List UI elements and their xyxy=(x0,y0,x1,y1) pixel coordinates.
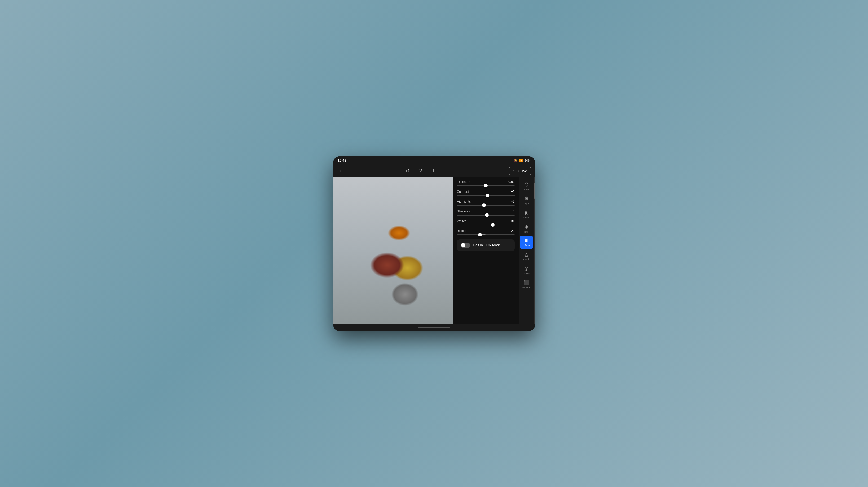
slider-track-blacks[interactable] xyxy=(457,234,515,235)
help-button[interactable]: ? xyxy=(416,167,425,175)
slider-label-blacks: Blacks xyxy=(457,229,466,233)
slider-track-shadows[interactable] xyxy=(457,215,515,216)
slider-thumb-exposure[interactable] xyxy=(484,184,488,188)
sidebar-item-profiles[interactable]: ⬛Profiles xyxy=(520,278,533,291)
sidebar-label-effects: Effects xyxy=(523,244,530,247)
slider-thumb-highlights[interactable] xyxy=(482,203,486,207)
sidebar-item-light[interactable]: ☀Light xyxy=(520,194,533,207)
device-frame: 16:42 🔕 📶 24% ← ↺ ? ⤴ ⋮ 〜 Curve xyxy=(333,156,535,331)
battery-icon: 24% xyxy=(525,159,530,162)
sidebar-label-blur: Blur xyxy=(524,230,528,233)
detail-icon: △ xyxy=(525,252,528,257)
effects-icon: ≡ xyxy=(525,238,528,244)
slider-value-exposure: 0.00 xyxy=(508,180,515,184)
slider-header-highlights: Highlights−6 xyxy=(457,200,515,203)
sidebar-item-effects[interactable]: ≡Effects xyxy=(520,236,533,249)
slider-label-whites: Whites xyxy=(457,219,467,223)
sidebar-label-auto: Auto xyxy=(524,188,529,191)
scroll-indicator xyxy=(534,177,535,324)
blur-icon: ◈ xyxy=(525,224,528,230)
slider-label-highlights: Highlights xyxy=(457,200,471,203)
toolbar-left: ← xyxy=(337,167,345,175)
light-icon: ☀ xyxy=(524,196,528,201)
more-button[interactable]: ⋮ xyxy=(442,167,450,175)
hdr-label: Edit in HDR Mode xyxy=(473,243,501,247)
slider-value-whites: +31 xyxy=(509,219,515,223)
slider-label-shadows: Shadows xyxy=(457,209,470,213)
slider-track-whites[interactable] xyxy=(457,225,515,225)
slider-value-contrast: +5 xyxy=(511,190,515,194)
sidebar-label-profiles: Profiles xyxy=(522,286,530,289)
sidebar-label-optics: Optics xyxy=(523,272,530,275)
sidebar-label-light: Light xyxy=(524,202,529,205)
sidebar-item-blur[interactable]: ◈Blur xyxy=(520,222,533,235)
sidebar-label-color: Color xyxy=(523,216,529,219)
home-indicator xyxy=(418,327,450,328)
mute-icon: 🔕 xyxy=(514,159,518,162)
slider-header-shadows: Shadows+4 xyxy=(457,209,515,213)
status-bar: 16:42 🔕 📶 24% xyxy=(333,156,535,165)
slider-label-exposure: Exposure xyxy=(457,180,470,184)
sliders-panel: Exposure0.00Contrast+5Highlights−6Shadow… xyxy=(453,177,519,324)
sidebar-item-auto[interactable]: ⬡Auto xyxy=(520,180,533,193)
slider-header-blacks: Blacks−23 xyxy=(457,229,515,233)
slider-track-exposure[interactable] xyxy=(457,185,515,186)
share-button[interactable]: ⤴ xyxy=(429,167,437,175)
slider-thumb-blacks[interactable] xyxy=(478,233,482,236)
color-icon: ◉ xyxy=(524,210,528,216)
hdr-toggle[interactable] xyxy=(461,242,470,248)
bottom-bar xyxy=(333,324,535,331)
optics-icon: ◎ xyxy=(524,266,528,271)
scroll-thumb xyxy=(534,183,535,199)
curve-icon: 〜 xyxy=(513,169,516,173)
slider-value-shadows: +4 xyxy=(511,209,515,213)
slider-row-highlights: Highlights−6 xyxy=(457,200,515,206)
app-content: ← ↺ ? ⤴ ⋮ 〜 Curve xyxy=(333,165,535,324)
slider-row-exposure: Exposure0.00 xyxy=(457,180,515,186)
wifi-icon: 📶 xyxy=(519,159,523,162)
sidebar-item-detail[interactable]: △Detail xyxy=(520,250,533,263)
slider-value-highlights: −6 xyxy=(511,200,515,203)
toolbar: ← ↺ ? ⤴ ⋮ 〜 Curve xyxy=(333,165,535,177)
slider-header-contrast: Contrast+5 xyxy=(457,190,515,194)
slider-thumb-shadows[interactable] xyxy=(485,213,489,217)
sidebar-icons: ⬡Auto☀Light◉Color◈Blur≡Effects△Detail◎Op… xyxy=(519,177,534,324)
auto-icon: ⬡ xyxy=(524,182,528,188)
main-area: Exposure0.00Contrast+5Highlights−6Shadow… xyxy=(333,177,535,324)
status-icons: 🔕 📶 24% xyxy=(514,159,530,162)
toolbar-center: ↺ ? ⤴ ⋮ xyxy=(404,167,450,175)
slider-header-whites: Whites+31 xyxy=(457,219,515,223)
profiles-icon: ⬛ xyxy=(523,280,529,286)
status-time: 16:42 xyxy=(338,158,346,162)
hdr-mode-row: Edit in HDR Mode xyxy=(457,239,515,251)
slider-header-exposure: Exposure0.00 xyxy=(457,180,515,184)
photo-area xyxy=(333,177,453,324)
photo-scene xyxy=(333,177,453,324)
slider-value-blacks: −23 xyxy=(509,229,515,233)
slider-row-shadows: Shadows+4 xyxy=(457,209,515,216)
slider-row-whites: Whites+31 xyxy=(457,219,515,225)
slider-track-highlights[interactable] xyxy=(457,205,515,206)
right-panel: Exposure0.00Contrast+5Highlights−6Shadow… xyxy=(453,177,519,324)
sidebar-item-color[interactable]: ◉Color xyxy=(520,207,533,221)
toolbar-right: 〜 Curve xyxy=(509,167,531,175)
hdr-toggle-knob xyxy=(461,243,465,247)
curve-label: Curve xyxy=(518,169,527,173)
sidebar-item-optics[interactable]: ◎Optics xyxy=(520,263,533,277)
slider-thumb-whites[interactable] xyxy=(491,223,495,227)
undo-button[interactable]: ↺ xyxy=(404,167,412,175)
curve-button[interactable]: 〜 Curve xyxy=(509,167,531,175)
back-button[interactable]: ← xyxy=(337,167,345,175)
slider-label-contrast: Contrast xyxy=(457,190,469,194)
photo-canvas xyxy=(333,177,453,324)
slider-row-blacks: Blacks−23 xyxy=(457,229,515,235)
slider-track-contrast[interactable] xyxy=(457,195,515,196)
slider-row-contrast: Contrast+5 xyxy=(457,190,515,196)
slider-thumb-contrast[interactable] xyxy=(486,194,489,197)
sidebar-label-detail: Detail xyxy=(523,258,529,261)
